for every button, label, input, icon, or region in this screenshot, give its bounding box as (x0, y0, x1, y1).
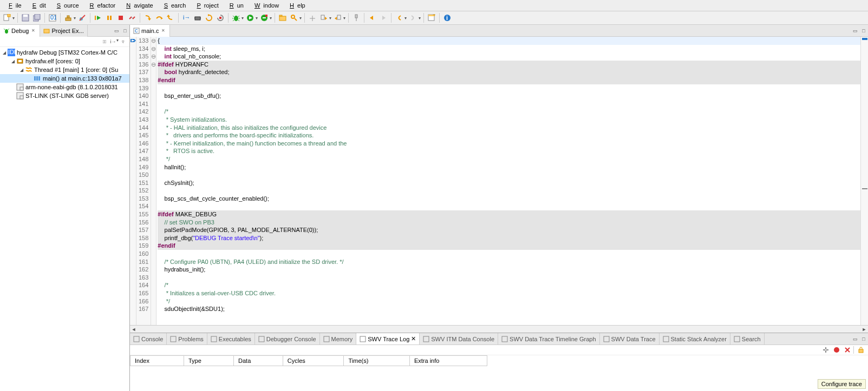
expand-icon[interactable]: ◢ (10, 59, 16, 64)
menu-source[interactable]: Source (50, 1, 82, 10)
dropdown-icon[interactable]: ▾ (404, 16, 407, 21)
tab-swv-trace-log[interactable]: SWV Trace Log✕ (356, 333, 420, 345)
code-editor[interactable]: 1331341351361371381391401411421431441451… (130, 37, 868, 325)
external-tools-button[interactable] (259, 13, 269, 23)
menu-edit[interactable]: Edit (26, 1, 49, 10)
close-icon[interactable]: ✕ (160, 28, 166, 33)
menu-help[interactable]: Help (283, 1, 309, 10)
menu-file[interactable]: File (2, 1, 25, 10)
run-button[interactable] (245, 13, 255, 23)
col-extra-info[interactable]: Extra info (409, 356, 487, 366)
dropdown-icon[interactable]: ▾ (419, 16, 421, 21)
info-button[interactable]: i (442, 13, 452, 23)
code-text[interactable]: { int sleep_ms, i; int local_nb_console;… (156, 37, 860, 325)
line-numbers[interactable]: 1331341351361371381391401411421431441451… (136, 37, 151, 325)
open-perspective-button[interactable]: + (427, 13, 436, 23)
col-index[interactable]: Index (130, 356, 184, 366)
tab-project-explorer[interactable]: Project Ex... (40, 25, 87, 37)
restart-button[interactable] (204, 13, 214, 23)
tab-swv-data-trace[interactable]: SWV Data Trace (600, 333, 660, 345)
terminate-relaunch-button[interactable] (216, 13, 225, 23)
new-project-button[interactable] (278, 13, 288, 23)
scroll-right-icon[interactable]: ► (860, 327, 868, 332)
scroll-lock-icon[interactable] (857, 346, 864, 354)
view-menu-icon[interactable]: ▿ (119, 38, 127, 45)
tree-launch[interactable]: ◢ IDE hydrafw Debug [STM32 Cortex-M C/C (0, 48, 129, 57)
menu-window[interactable]: Window (248, 1, 282, 10)
dropdown-icon[interactable]: ▾ (299, 16, 302, 21)
dropdown-icon[interactable]: ▾ (343, 16, 345, 21)
tab-debug[interactable]: Debug ✕ (0, 25, 40, 37)
tab-search[interactable]: Search (730, 333, 765, 345)
step-return-button[interactable] (166, 13, 175, 23)
fold-column[interactable]: ⊖⊖⊖⊖ (151, 37, 156, 325)
search-button[interactable] (289, 13, 299, 23)
expand-icon[interactable]: ◢ (1, 50, 8, 55)
configure-icon[interactable] (821, 346, 829, 354)
pin-button[interactable] (351, 13, 361, 23)
tab-executables[interactable]: Executables (207, 333, 255, 345)
debug-button[interactable] (231, 13, 241, 23)
suspend-button[interactable] (105, 13, 114, 23)
skip-breakpoints-button[interactable] (77, 13, 87, 23)
dropdown-icon[interactable]: ▾ (256, 16, 258, 21)
trace-table[interactable]: IndexTypeDataCyclesTime(s)Extra info (130, 355, 487, 366)
dropdown-icon[interactable]: ▾ (74, 16, 76, 21)
dropdown-icon[interactable]: ▾ (242, 16, 244, 21)
debug-tree[interactable]: ◢ IDE hydrafw Debug [STM32 Cortex-M C/C … (0, 47, 129, 391)
tab-main-c[interactable]: c main.c ✕ (130, 25, 170, 37)
col-time-s-[interactable]: Time(s) (344, 356, 409, 366)
disconnect-button[interactable] (127, 13, 137, 23)
prev-annotation-button[interactable] (333, 13, 343, 23)
tab-swv-itm-data-console[interactable]: SWV ITM Data Console (420, 333, 498, 345)
col-cycles[interactable]: Cycles (283, 356, 344, 366)
menu-search[interactable]: Search (158, 1, 190, 10)
dropdown-icon[interactable]: ▾ (270, 16, 272, 21)
expand-icon[interactable]: ◢ (18, 68, 25, 72)
minimize-icon[interactable]: ▭ (113, 27, 120, 35)
menu-navigate[interactable]: Navigate (120, 1, 156, 10)
configure-trace-button[interactable]: Configure trace (818, 379, 866, 389)
binary-view-button[interactable]: 010 (48, 13, 57, 23)
tree-binary[interactable]: ◢ hydrafw.elf [cores: 0] (0, 57, 129, 65)
maximize-icon[interactable]: □ (860, 27, 867, 35)
nav-forward-button[interactable] (408, 13, 418, 23)
dropdown-icon[interactable]: ▾ (329, 16, 331, 21)
minimize-icon[interactable]: ▭ (851, 335, 859, 343)
clear-icon[interactable] (843, 346, 851, 354)
step-over-button[interactable] (154, 13, 164, 23)
forward-button[interactable] (378, 13, 388, 23)
overview-ruler[interactable] (860, 37, 868, 325)
terminate-button[interactable] (116, 13, 126, 23)
tree-stlink[interactable]: ST-LINK (ST-LINK GDB server) (0, 91, 129, 100)
tab-problems[interactable]: Problems (167, 333, 207, 345)
maximize-icon[interactable]: □ (121, 27, 129, 35)
step-filters-icon[interactable]: i→ (109, 38, 117, 45)
step-into-button[interactable] (143, 13, 153, 23)
tab-static-stack-analyzer[interactable]: Static Stack Analyzer (660, 333, 730, 345)
tab-debugger-console[interactable]: Debugger Console (255, 333, 320, 345)
new-button[interactable] (2, 13, 12, 23)
marker-column[interactable] (130, 37, 136, 325)
menu-run[interactable]: Run (223, 1, 247, 10)
tab-memory[interactable]: Memory (320, 333, 357, 345)
col-type[interactable]: Type (184, 356, 233, 366)
resume-button[interactable] (93, 13, 103, 23)
reset-chip-button[interactable] (193, 13, 203, 23)
tab-swv-data-trace-timeline-graph[interactable]: SWV Data Trace Timeline Graph (498, 333, 600, 345)
scroll-left-icon[interactable]: ◄ (130, 327, 138, 332)
build-button[interactable] (63, 13, 73, 23)
save-all-button[interactable] (32, 13, 42, 23)
record-icon[interactable] (832, 346, 840, 354)
nav-back-button[interactable] (394, 13, 404, 23)
col-data[interactable]: Data (234, 356, 283, 366)
dropdown-icon[interactable]: ▾ (12, 16, 15, 21)
close-icon[interactable]: ✕ (411, 335, 416, 342)
remove-terminated-icon[interactable]: ✖⃞ (101, 38, 108, 45)
close-icon[interactable]: ✕ (30, 28, 36, 33)
tree-gdb[interactable]: arm-none-eabi-gdb (8.1.0.2018031 (0, 83, 129, 91)
next-annotation-button[interactable] (319, 13, 329, 23)
toggle-mark-button[interactable] (308, 13, 317, 23)
horizontal-scrollbar[interactable]: ◄ ► (130, 325, 868, 333)
tab-console[interactable]: Console (130, 333, 167, 345)
